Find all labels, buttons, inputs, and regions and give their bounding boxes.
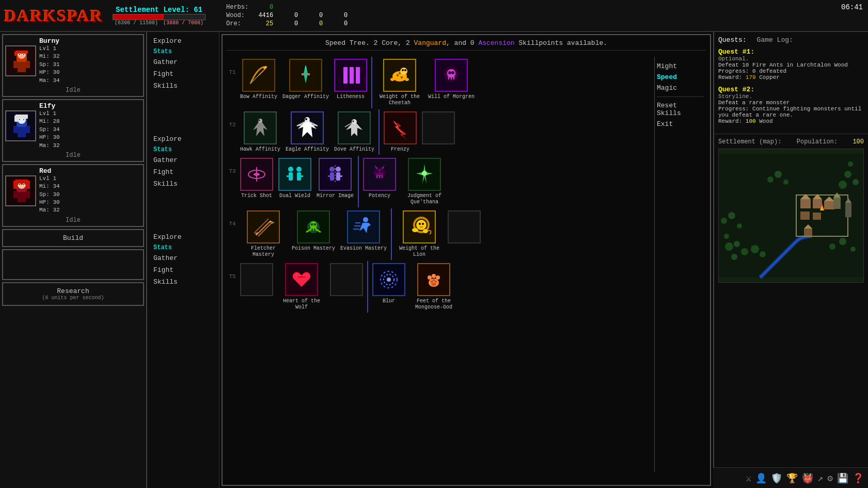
dove-affinity-label: Dove Affinity bbox=[334, 147, 374, 153]
nav-explore-3[interactable]: Explore bbox=[147, 231, 219, 243]
quest-1-progress: Progress: 0 defeated bbox=[718, 68, 864, 74]
skill-hawk-affinity[interactable]: Hawk Affinity bbox=[238, 109, 282, 155]
evasion-mastery-icon bbox=[347, 210, 380, 243]
settlement-map[interactable] bbox=[718, 149, 864, 283]
skill-poison-mastery[interactable]: Poison Mastery bbox=[290, 208, 337, 260]
icon-arrow[interactable]: ↗️ bbox=[817, 473, 823, 484]
char-status-elfy[interactable]: Idle bbox=[5, 152, 141, 159]
evasion-mastery-label: Evasion Mastery bbox=[340, 246, 387, 252]
icon-shield[interactable]: 🛡️ bbox=[771, 473, 782, 484]
icon-save[interactable]: 💾 bbox=[837, 473, 848, 484]
skill-blur[interactable]: Blur bbox=[370, 261, 407, 313]
svg-rect-26 bbox=[18, 192, 26, 202]
wood-val3: 0 bbox=[302, 12, 323, 19]
svg-rect-31 bbox=[13, 181, 18, 189]
nav-stats-1[interactable]: Stats bbox=[147, 47, 219, 56]
skill-heart-wolf[interactable]: Heart of the Wolf bbox=[276, 261, 327, 313]
svg-point-127 bbox=[435, 281, 437, 283]
skill-dove-affinity[interactable]: Dove Affinity bbox=[332, 109, 376, 155]
tier-row-2: T2 Hawk Affinity bbox=[227, 109, 654, 155]
nav-skills-2[interactable]: Skills bbox=[147, 178, 219, 190]
quest-1-type: Optional. bbox=[718, 56, 864, 62]
svg-point-52 bbox=[397, 74, 399, 76]
svg-point-87 bbox=[376, 170, 379, 173]
dagger-affinity-label: Dagger Affinity bbox=[282, 94, 329, 100]
nav-fight-1[interactable]: Fight bbox=[147, 68, 219, 80]
svg-point-132 bbox=[724, 234, 729, 239]
nav-explore-1[interactable]: Explore bbox=[147, 35, 219, 47]
skill-judgment[interactable]: Judgment of Que'thana bbox=[399, 156, 450, 207]
bottom-icons: ⚔️ 👤 🛡️ 🏆 👹 ↗️ ⚙️ 💾 ❓ bbox=[713, 467, 868, 488]
menu-reset-skills[interactable]: Reset Skills bbox=[657, 100, 704, 119]
menu-speed[interactable]: Speed bbox=[657, 72, 704, 83]
menu-might[interactable]: Might bbox=[657, 61, 704, 72]
skill-litheness[interactable]: Litheness bbox=[332, 57, 369, 108]
quest-1-reward: Reward: 179 Copper bbox=[718, 74, 864, 80]
ore-val2: 0 bbox=[277, 20, 298, 27]
svg-rect-2 bbox=[18, 62, 26, 72]
nav-explore-2[interactable]: Explore bbox=[147, 133, 219, 145]
svg-point-145 bbox=[775, 171, 782, 178]
svg-point-48 bbox=[390, 78, 394, 81]
skill-evasion-mastery[interactable]: Evasion Mastery bbox=[338, 208, 389, 260]
skill-frenzy[interactable]: Frenzy bbox=[382, 109, 419, 155]
skill-feet-mongoose[interactable]: Feet of the Mongoose-God bbox=[408, 261, 459, 313]
tier-tag-4: T4 bbox=[227, 208, 238, 227]
nav-section-1: Explore Stats Gather Fight Skills bbox=[147, 35, 219, 92]
svg-rect-22 bbox=[19, 119, 20, 120]
skill-eagle-affinity[interactable]: Eagle Affinity bbox=[283, 109, 331, 155]
build-card[interactable]: Build bbox=[2, 229, 144, 247]
nav-fight-2[interactable]: Fight bbox=[147, 166, 219, 178]
eagle-affinity-label: Eagle Affinity bbox=[286, 147, 329, 153]
menu-magic[interactable]: Magic bbox=[657, 83, 704, 93]
skill-will-morgren[interactable]: Will of Morgren bbox=[426, 57, 477, 108]
nav-stats-2[interactable]: Stats bbox=[147, 145, 219, 154]
skill-weight-lion[interactable]: Weight of the Lion bbox=[394, 208, 445, 260]
svg-rect-36 bbox=[23, 184, 24, 185]
skill-dagger-affinity[interactable]: Dagger Affinity bbox=[280, 57, 331, 108]
nav-stats-3[interactable]: Stats bbox=[147, 243, 219, 252]
skill-dual-wield[interactable]: Dual Wield bbox=[276, 156, 313, 207]
icon-sword[interactable]: ⚔️ bbox=[746, 473, 751, 484]
svg-rect-165 bbox=[845, 203, 851, 217]
tab-quests[interactable]: Quests: bbox=[718, 36, 747, 44]
skill-fletcher-mastery[interactable]: Fletcher Mastery bbox=[238, 208, 289, 260]
skill-mirror-image[interactable]: Mirror Image bbox=[314, 156, 356, 207]
icon-help[interactable]: ❓ bbox=[853, 473, 864, 484]
skill-potency[interactable]: Potency bbox=[361, 156, 398, 207]
nav-skills-1[interactable]: Skills bbox=[147, 80, 219, 92]
skill-weight-cheetah[interactable]: Weight of the Cheetah bbox=[374, 57, 425, 108]
mid-nav: Explore Stats Gather Fight Skills Explor… bbox=[147, 32, 219, 488]
nav-gather-3[interactable]: Gather bbox=[147, 252, 219, 264]
research-card[interactable]: Research (6 units per second) bbox=[2, 282, 144, 306]
svg-rect-9 bbox=[23, 54, 24, 55]
svg-rect-161 bbox=[833, 198, 841, 209]
nav-section-3: Explore Stats Gather Fight Skills bbox=[147, 231, 219, 288]
svg-rect-83 bbox=[338, 175, 342, 177]
icon-gear[interactable]: ⚙️ bbox=[827, 473, 833, 484]
icon-person[interactable]: 👤 bbox=[755, 473, 767, 484]
empty-icon-t2-5 bbox=[422, 111, 455, 144]
nav-gather-2[interactable]: Gather bbox=[147, 154, 219, 166]
icon-monster[interactable]: 👹 bbox=[802, 473, 813, 484]
char-status-red[interactable]: Idle bbox=[5, 217, 141, 224]
icon-trophy[interactable]: 🏆 bbox=[786, 473, 798, 484]
tab-gamelog[interactable]: Game Log: bbox=[757, 36, 793, 44]
judgment-icon bbox=[408, 158, 441, 191]
nav-gather-1[interactable]: Gather bbox=[147, 56, 219, 68]
eagle-affinity-icon bbox=[291, 111, 324, 144]
litheness-label: Litheness bbox=[337, 94, 365, 100]
menu-exit[interactable]: Exit bbox=[657, 119, 704, 129]
nav-skills-3[interactable]: Skills bbox=[147, 276, 219, 288]
tier-tag-5: T5 bbox=[227, 261, 238, 280]
quest-1-block: Quest #1: Optional. Defeat 10 Fire Ants … bbox=[718, 48, 864, 80]
skill-bow-affinity[interactable]: Bow Affinity bbox=[238, 57, 279, 108]
svg-rect-129 bbox=[719, 154, 863, 278]
bow-affinity-icon bbox=[242, 59, 275, 92]
svg-point-138 bbox=[728, 212, 735, 219]
char-status-burny[interactable]: Idle bbox=[5, 87, 141, 94]
svg-point-112 bbox=[416, 220, 427, 230]
skill-trick-shot[interactable]: Trick Shot bbox=[238, 156, 275, 207]
nav-fight-3[interactable]: Fight bbox=[147, 264, 219, 276]
skills-row-2: Hawk Affinity bbox=[238, 109, 457, 155]
